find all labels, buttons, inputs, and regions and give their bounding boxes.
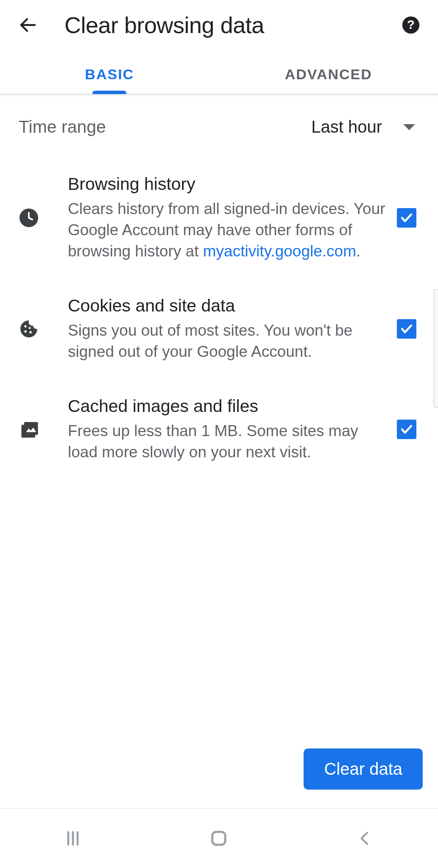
check-icon	[400, 211, 413, 225]
check-icon	[400, 423, 413, 436]
page-title: Clear browsing data	[64, 12, 401, 38]
help-icon: ?	[402, 16, 420, 34]
recents-icon	[64, 829, 82, 848]
system-navigation-bar	[0, 809, 438, 868]
clear-data-button[interactable]: Clear data	[304, 748, 423, 790]
option-browsing-history[interactable]: Browsing history Clears history from all…	[0, 157, 438, 279]
option-title: Cookies and site data	[68, 296, 385, 316]
time-range-label: Time range	[19, 117, 311, 137]
recents-button[interactable]	[31, 821, 115, 855]
scrollbar[interactable]	[434, 289, 438, 408]
tabs: BASIC ADVANCED	[0, 55, 438, 94]
time-range-row: Time range Last hour	[0, 97, 438, 157]
time-range-select[interactable]: Last hour	[311, 117, 419, 136]
cookie-icon	[19, 319, 68, 339]
option-description: Clears history from all signed-in device…	[68, 198, 385, 262]
myactivity-link[interactable]: myactivity.google.com	[203, 242, 356, 260]
check-icon	[400, 322, 413, 336]
svg-rect-9	[24, 422, 38, 435]
chevron-left-icon	[357, 830, 374, 847]
option-description: Signs you out of most sites. You won't b…	[68, 320, 385, 362]
tab-advanced[interactable]: ADVANCED	[219, 55, 438, 94]
nav-back-button[interactable]	[323, 821, 407, 855]
content: Time range Last hour Browsing history Cl…	[0, 94, 438, 809]
option-title: Browsing history	[68, 174, 385, 194]
footer: Clear data	[0, 748, 438, 809]
header: Clear browsing data ?	[0, 0, 438, 55]
svg-rect-14	[212, 832, 226, 845]
checkbox-cookies[interactable]	[397, 319, 416, 339]
option-title: Cached images and files	[68, 396, 385, 416]
time-range-value: Last hour	[311, 117, 382, 136]
home-button[interactable]	[176, 821, 261, 855]
images-icon	[19, 418, 68, 440]
option-cookies[interactable]: Cookies and site data Signs you out of m…	[0, 279, 438, 379]
tab-basic[interactable]: BASIC	[0, 55, 219, 94]
back-button[interactable]	[17, 14, 39, 36]
option-description: Frees up less than 1 MB. Some sites may …	[68, 420, 385, 463]
svg-point-4	[24, 325, 27, 328]
home-icon	[209, 829, 229, 848]
option-cached-images[interactable]: Cached images and files Frees up less th…	[0, 379, 438, 480]
svg-point-5	[24, 330, 27, 333]
chevron-down-icon	[403, 124, 415, 130]
help-button[interactable]: ?	[401, 15, 421, 35]
checkbox-cached-images[interactable]	[397, 420, 416, 439]
checkbox-browsing-history[interactable]	[397, 208, 416, 228]
svg-point-7	[29, 327, 31, 329]
arrow-left-icon	[18, 15, 38, 35]
svg-point-6	[29, 331, 32, 334]
svg-text:?: ?	[407, 17, 415, 31]
history-icon	[19, 208, 68, 228]
